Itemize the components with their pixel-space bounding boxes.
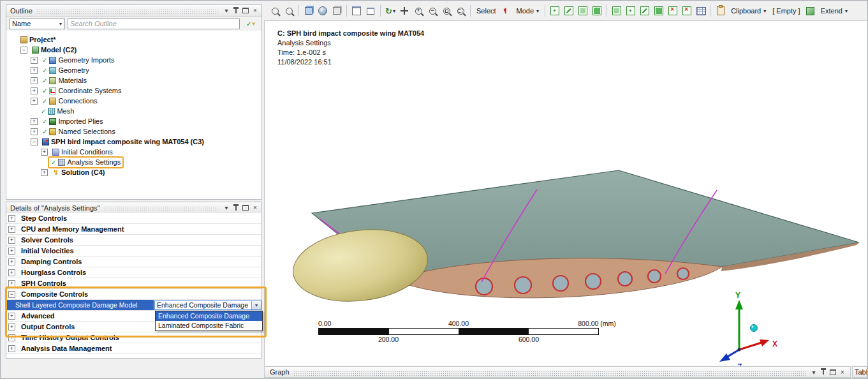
expand-box-icon[interactable]: + <box>31 67 38 74</box>
expand-box-icon[interactable]: + <box>8 334 15 341</box>
panel-drag-texture[interactable] <box>36 9 218 14</box>
rib-hole[interactable] <box>618 272 632 286</box>
selection-information-icon[interactable] <box>695 4 707 17</box>
details-group-row[interactable]: +CPU and Memory Management <box>6 224 261 235</box>
details-group-row[interactable]: +Step Controls <box>6 213 261 224</box>
clipboard-button[interactable]: Clipboard▾ <box>728 6 769 16</box>
zoom-in-icon[interactable] <box>412 4 425 17</box>
zoom-box-icon[interactable] <box>268 4 281 17</box>
damage-model-combo[interactable]: Enhanced Composite Damage▾ <box>154 301 261 310</box>
zoom-to-fit-icon[interactable] <box>454 4 467 17</box>
select-element-filter-icon[interactable] <box>652 4 665 17</box>
select-edge-filter-icon[interactable] <box>563 4 575 17</box>
details-group-row[interactable]: +Analysis Data Management <box>6 343 261 354</box>
pin-icon[interactable] <box>232 204 240 212</box>
mode-button[interactable]: Mode▾ <box>514 6 542 16</box>
expand-box-icon[interactable]: + <box>31 87 38 94</box>
axis-z-arrow[interactable] <box>726 350 739 357</box>
collapse-box-icon[interactable]: − <box>20 47 27 54</box>
box-zoom-icon[interactable] <box>440 4 453 17</box>
float-window-icon[interactable] <box>828 368 837 376</box>
expand-box-icon[interactable]: + <box>31 128 38 135</box>
details-group-row[interactable]: +SPH Controls <box>6 278 261 289</box>
orientation-triad[interactable]: Y X Z <box>719 291 777 366</box>
search-outline-input[interactable] <box>68 19 240 29</box>
filter-options-icon[interactable]: ✓ ▾ <box>242 20 259 27</box>
expand-box-icon[interactable]: + <box>31 98 38 105</box>
name-filter-dropdown[interactable]: Name ▾ <box>9 19 65 29</box>
expand-box-icon[interactable]: + <box>31 57 38 64</box>
panel-menu-icon[interactable]: ▾ <box>809 368 818 376</box>
dropdown-option[interactable]: Laminated Composite Fabric <box>156 321 262 331</box>
float-window-icon[interactable] <box>241 204 250 212</box>
expand-box-icon[interactable]: + <box>8 323 15 331</box>
isometric-view-icon[interactable] <box>302 4 315 17</box>
rib-hole[interactable] <box>677 268 689 279</box>
outline-panel-header[interactable]: Outline ▾× <box>6 5 261 17</box>
tree-item[interactable]: +✓Imported Plies <box>6 116 261 126</box>
tree-item[interactable]: +✓Geometry Imports <box>6 55 261 65</box>
tree-item[interactable]: ✓Mesh <box>6 106 261 116</box>
tree-item[interactable]: +↯Solution (C4) <box>6 167 261 177</box>
clipboard-empty-indicator[interactable]: [ Empty ] <box>770 6 802 16</box>
expand-box-icon[interactable]: + <box>8 215 15 222</box>
expand-box-icon[interactable]: + <box>8 237 15 244</box>
select-vertex-filter-icon[interactable] <box>548 4 561 17</box>
rib-hole[interactable] <box>515 277 531 294</box>
details-group-row[interactable]: −Composite Controls <box>6 289 261 300</box>
graph-panel-header[interactable]: Graph ▾× <box>264 366 851 378</box>
rotate-icon[interactable]: ↻▾ <box>384 4 397 17</box>
tree-item[interactable]: +✓Connections <box>6 96 261 106</box>
dropdown-option[interactable]: Enhanced Composite Damage <box>156 311 262 321</box>
expand-box-icon[interactable]: + <box>8 269 15 276</box>
tree-item[interactable]: Project* <box>6 34 261 45</box>
zoom-out-icon[interactable] <box>426 4 439 17</box>
expand-box-icon[interactable]: + <box>41 149 48 156</box>
expand-box-icon[interactable]: + <box>8 226 15 233</box>
details-group-row[interactable]: +Time History Output Controls <box>6 332 261 343</box>
rib-hole[interactable] <box>553 276 568 291</box>
details-property-row[interactable]: Shell Layered Composite Damage ModelEnha… <box>6 300 261 311</box>
select-face-filter-icon[interactable] <box>577 4 589 17</box>
expand-box-icon[interactable]: + <box>41 169 48 176</box>
select-cursor-icon[interactable] <box>500 4 513 17</box>
expand-box-icon[interactable]: + <box>8 258 15 265</box>
wireframe-view-icon[interactable] <box>330 4 343 17</box>
tabular-data-panel-header[interactable]: Tabl <box>852 366 867 378</box>
extend-button[interactable]: Extend▾ <box>818 6 850 16</box>
details-group-row[interactable]: +Initial Velocities <box>6 246 261 256</box>
magnifier-window-icon[interactable] <box>283 4 295 17</box>
rib-hole[interactable] <box>476 278 492 295</box>
invert-selection-icon[interactable] <box>680 4 693 17</box>
expand-box-icon[interactable]: + <box>31 118 38 125</box>
close-icon[interactable]: × <box>251 204 260 212</box>
clipboard-icon[interactable] <box>714 4 727 17</box>
panel-menu-icon[interactable]: ▾ <box>222 204 231 212</box>
expand-box-icon[interactable]: + <box>31 77 38 84</box>
extend-selection-icon[interactable] <box>610 4 623 17</box>
pin-icon[interactable] <box>819 368 828 376</box>
select-node-filter-icon[interactable] <box>638 4 651 17</box>
close-icon[interactable]: × <box>838 368 847 376</box>
pin-icon[interactable] <box>232 6 240 15</box>
rib-hole[interactable] <box>585 274 601 289</box>
tree-item[interactable]: −Model (C2) <box>6 45 261 55</box>
deselect-all-icon[interactable] <box>666 4 679 17</box>
select-mesh-filter-icon[interactable] <box>624 4 637 17</box>
panel-drag-texture[interactable] <box>103 206 218 211</box>
property-name-cell[interactable]: Shell Layered Composite Damage Model <box>6 300 154 310</box>
graphics-viewport[interactable]: C: SPH bird impact composite wing MAT054… <box>264 20 867 366</box>
expand-box-icon[interactable]: + <box>8 248 15 255</box>
close-icon[interactable]: × <box>251 6 260 15</box>
details-group-row[interactable]: +Hourglass Controls <box>6 267 261 278</box>
select-body-filter-icon[interactable] <box>591 4 603 17</box>
viewports-layout-icon[interactable] <box>350 4 363 17</box>
shaded-exterior-icon[interactable] <box>316 4 329 17</box>
isometric-ball-icon[interactable] <box>751 325 758 332</box>
combo-dropdown-button[interactable]: ▾ <box>251 301 261 309</box>
collapse-box-icon[interactable]: − <box>31 138 38 145</box>
expand-box-icon[interactable]: + <box>8 280 15 287</box>
extend-icon[interactable] <box>804 4 817 17</box>
float-window-icon[interactable] <box>241 6 250 15</box>
pan-icon[interactable] <box>398 4 411 17</box>
